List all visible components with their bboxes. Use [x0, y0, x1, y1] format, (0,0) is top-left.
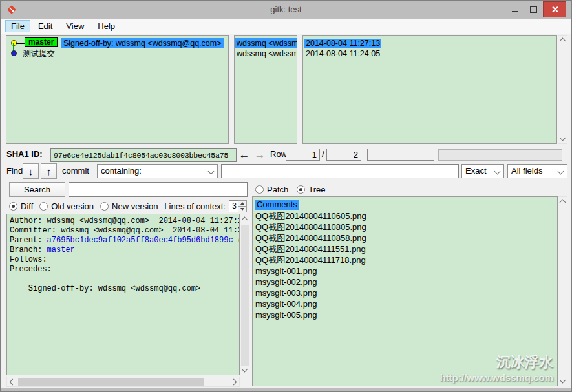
menu-file[interactable]: File [5, 20, 30, 32]
match-mode-dropdown[interactable]: Exact [461, 164, 504, 178]
file-list-scrollbar[interactable] [558, 196, 567, 386]
file-list-item[interactable]: QQ截图20140804111718.png [253, 254, 557, 265]
view-mode-row: Patch Tree [255, 185, 326, 194]
main-area: master Signed-off-by: wdssmq <wdssmq@qq.… [1, 34, 572, 388]
author-cell-row-2[interactable]: wdssmq <wdssmq@qq.com> [235, 48, 297, 59]
chevron-down-icon [494, 169, 501, 175]
spinner-down-icon[interactable] [238, 207, 247, 213]
scroll-down-icon[interactable] [558, 134, 567, 142]
file-list-header-row: Comments [253, 197, 557, 211]
details-vertical-scrollbar[interactable] [240, 214, 249, 375]
history-back-button[interactable]: ← [237, 148, 251, 162]
parent-sha-link[interactable]: a7695bc1dec9af102a5ff8a0ec4fb95d6bd1899c [47, 236, 233, 245]
menu-view[interactable]: View [60, 20, 90, 32]
comments-header[interactable]: Comments [255, 200, 299, 210]
scroll-down-icon[interactable] [240, 365, 249, 373]
find-next-button[interactable]: ↓ [23, 163, 39, 179]
detail-parent-line: Parent: a7695bc1dec9af102a5ff8a0ec4fb95d… [10, 236, 239, 245]
diff-radio[interactable] [9, 202, 17, 211]
file-list-item[interactable]: msysgit-005.png [253, 309, 557, 320]
minimize-button[interactable] [505, 1, 524, 17]
commit-list-scrollbar[interactable] [558, 35, 567, 144]
sha1-input[interactable] [50, 148, 237, 162]
file-list-item[interactable]: msysgit-002.png [253, 276, 557, 287]
file-list-item[interactable]: QQ截图20140804111551.png [253, 243, 557, 254]
window-title: gitk: test [1, 5, 571, 14]
menu-bar: File Edit View Help [1, 19, 572, 34]
maximize-icon [530, 6, 537, 13]
file-list-item[interactable]: QQ截图20140804110605.png [253, 211, 557, 222]
lines-of-context-label: Lines of context: [164, 201, 226, 211]
spinner-up-icon[interactable] [238, 200, 247, 207]
gitk-window: gitk: test File Edit View Help master Si… [0, 0, 572, 392]
date-cell-row-2[interactable]: 2014-08-04 11:24:05 [306, 48, 380, 59]
watermark: 沉冰浮水 http://www.wdssmq.com [440, 353, 553, 383]
detail-follows-line: Follows: [10, 255, 239, 265]
find-label: Find [6, 165, 23, 178]
scroll-down-icon[interactable] [558, 376, 567, 384]
row-total-field: 2 [326, 149, 361, 161]
context-value[interactable]: 3 [229, 200, 238, 212]
detail-author-line: Author: wdssmq <wdssmq@qq.com> 2014-08-0… [10, 216, 239, 226]
menu-help[interactable]: Help [92, 20, 121, 32]
old-version-radio[interactable] [39, 202, 48, 211]
scroll-up-icon[interactable] [240, 216, 249, 224]
row-label: Row [270, 148, 287, 161]
commit-author-pane[interactable]: wdssmq <wdssmq@qq.com> wdssmq <wdssmq@qq… [234, 35, 297, 144]
sha1-label: SHA1 ID: [6, 148, 43, 161]
scrollbar-thumb[interactable] [18, 378, 204, 386]
old-version-label: Old version [51, 201, 94, 211]
scroll-up-icon[interactable] [558, 37, 567, 45]
title-bar[interactable]: gitk: test [1, 1, 571, 19]
file-list-item[interactable]: QQ截图20140804110805.png [253, 222, 557, 232]
chevron-down-icon [558, 169, 564, 175]
new-version-label: New version [112, 201, 158, 211]
fields-dropdown[interactable]: All fields [507, 164, 567, 178]
scroll-left-icon[interactable] [8, 378, 17, 386]
close-button[interactable] [543, 1, 566, 17]
patch-radio-label: Patch [267, 185, 288, 194]
watermark-title: 沉冰浮水 [440, 353, 553, 372]
file-list-item[interactable]: msysgit-001.png [253, 265, 557, 276]
diff-options-row: Diff Old version New version Lines of co… [9, 200, 247, 212]
details-horizontal-scrollbar[interactable] [6, 377, 240, 387]
file-list-item[interactable]: msysgit-003.png [253, 287, 557, 298]
minimize-icon [512, 11, 518, 12]
commit-node-icon[interactable] [11, 50, 17, 56]
window-controls [505, 1, 566, 18]
date-cell-row-1[interactable]: 2014-08-04 11:27:13 [304, 38, 381, 48]
detail-precedes-line: Precedes: [10, 265, 239, 274]
history-forward-button[interactable]: → [253, 148, 267, 162]
file-list-item[interactable]: msysgit-004.png [253, 298, 557, 309]
row-current-field: 1 [286, 149, 320, 161]
row-separator: / [322, 148, 324, 161]
find-prev-button[interactable]: ↑ [41, 163, 57, 179]
detail-signoff-line: Signed-off-by: wdssmq <wdssmq@qq.com> [10, 284, 239, 294]
commit-details-pane[interactable]: Author: wdssmq <wdssmq@qq.com> 2014-08-0… [6, 214, 240, 375]
new-version-radio[interactable] [100, 202, 109, 211]
status-field [367, 149, 434, 161]
branch-link[interactable]: master [47, 245, 75, 254]
tree-radio[interactable] [297, 185, 305, 194]
scrollbar-thumb[interactable] [241, 225, 249, 366]
search-input[interactable] [69, 182, 248, 197]
progress-bar [438, 149, 562, 161]
commit-subject-row-1[interactable]: Signed-off-by: wdssmq <wdssmq@qq.com> [61, 38, 224, 48]
search-button[interactable]: Search [9, 182, 65, 197]
find-type-dropdown[interactable]: containing: [97, 164, 218, 178]
find-input[interactable] [221, 164, 459, 178]
branch-label-master[interactable]: master [25, 37, 58, 47]
maximize-button[interactable] [524, 1, 543, 17]
scroll-up-icon[interactable] [558, 198, 567, 207]
commit-date-pane[interactable]: 2014-08-04 11:27:13 2014-08-04 11:24:05 [302, 35, 557, 144]
file-list-item[interactable]: QQ截图20140804110858.png [253, 232, 557, 243]
patch-radio[interactable] [255, 185, 264, 194]
scroll-right-icon[interactable] [229, 378, 238, 386]
context-spinner[interactable]: 3 [229, 200, 247, 212]
file-list-pane[interactable]: Comments QQ截图20140804110605.png QQ截图2014… [252, 196, 558, 386]
detail-committer-line: Committer: wdssmq <wdssmq@qq.com> 2014-0… [10, 226, 239, 236]
author-cell-row-1[interactable]: wdssmq <wdssmq@qq.com> [235, 38, 297, 48]
commit-graph-pane[interactable]: master Signed-off-by: wdssmq <wdssmq@qq.… [6, 35, 229, 144]
commit-subject-row-2[interactable]: 测试提交 [23, 48, 55, 59]
menu-edit[interactable]: Edit [32, 20, 58, 32]
